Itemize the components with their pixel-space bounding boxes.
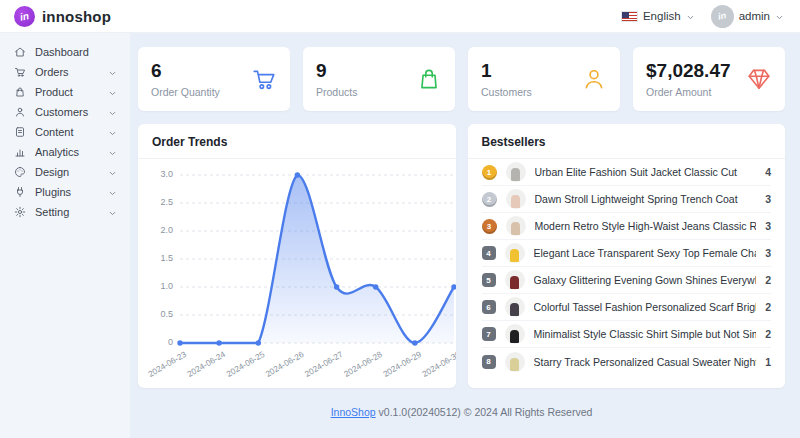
sidebar-item-product[interactable]: Product xyxy=(0,82,130,102)
chevron-down-icon xyxy=(686,12,695,21)
top-bar: in innoshop English in admin xyxy=(0,0,800,33)
sidebar-item-orders[interactable]: Orders xyxy=(0,62,130,82)
svg-text:1.0: 1.0 xyxy=(160,281,173,291)
bestsellers-list: 1 Urban Elite Fashion Suit Jacket Classi… xyxy=(468,159,786,375)
palette-icon xyxy=(14,166,26,178)
bestseller-row[interactable]: 5 Galaxy Glittering Evening Gown Shines … xyxy=(482,267,772,294)
bestseller-row[interactable]: 4 Elegant Lace Transparent Sexy Top Fema… xyxy=(482,240,772,267)
products-value: 9 xyxy=(316,61,357,80)
product-thumbnail xyxy=(505,297,525,317)
sidebar-item-setting[interactable]: Setting xyxy=(0,202,130,222)
bag-icon xyxy=(14,86,26,98)
svg-text:2024-06-23: 2024-06-23 xyxy=(146,349,188,379)
sidebar-item-customers[interactable]: Customers xyxy=(0,102,130,122)
bestseller-row[interactable]: 3 Modern Retro Style High-Waist Jeans Cl… xyxy=(482,213,772,240)
sales-count: 1 xyxy=(765,356,771,368)
gold-medal-icon: 1 xyxy=(482,165,497,180)
sales-count: 3 xyxy=(765,220,771,232)
product-title: Galaxy Glittering Evening Gown Shines Ev… xyxy=(534,274,757,286)
product-title: Elegant Lace Transparent Sexy Top Female… xyxy=(534,247,757,259)
product-thumbnail xyxy=(505,324,525,344)
product-thumbnail xyxy=(505,352,525,372)
order-quantity-value: 6 xyxy=(151,61,220,80)
sales-count: 2 xyxy=(765,328,771,340)
svg-text:3.0: 3.0 xyxy=(160,169,173,179)
person-icon xyxy=(581,66,607,92)
rank-badge: 5 xyxy=(482,273,496,287)
sidebar-item-analytics[interactable]: Analytics xyxy=(0,142,130,162)
chevron-down-icon xyxy=(108,88,117,97)
product-image xyxy=(510,249,519,262)
product-image xyxy=(510,358,519,371)
chevron-down-icon xyxy=(108,148,117,157)
bestsellers-card: Bestsellers 1 Urban Elite Fashion Suit J… xyxy=(468,124,786,388)
sidebar-item-dashboard[interactable]: Dashboard xyxy=(0,42,130,62)
product-image xyxy=(510,276,519,289)
svg-text:2024-06-26: 2024-06-26 xyxy=(264,349,306,379)
sales-count: 2 xyxy=(765,301,771,313)
product-image xyxy=(511,168,520,181)
chevron-down-icon xyxy=(775,12,784,21)
bar-chart-icon xyxy=(14,146,26,158)
customers-label: Customers xyxy=(481,86,532,98)
bestseller-row[interactable]: 7 Minimalist Style Classic Shirt Simple … xyxy=(482,321,772,348)
language-label: English xyxy=(643,10,681,22)
gear-icon xyxy=(14,206,26,218)
customers-value: 1 xyxy=(481,61,532,80)
product-title: Minimalist Style Classic Shirt Simple bu… xyxy=(534,328,757,340)
product-title: Starry Track Personalized Casual Sweater… xyxy=(534,356,757,368)
product-image xyxy=(511,195,520,208)
sidebar-item-design[interactable]: Design xyxy=(0,162,130,182)
us-flag-icon xyxy=(621,11,638,22)
svg-text:2024-06-28: 2024-06-28 xyxy=(342,349,384,379)
brand-logo[interactable]: in innoshop xyxy=(14,6,111,27)
order-trends-chart: 00.51.01.52.02.53.02024-06-232024-06-242… xyxy=(138,159,456,387)
sidebar-item-content[interactable]: Content xyxy=(0,122,130,142)
bronze-medal-icon: 3 xyxy=(482,219,497,234)
product-thumbnail xyxy=(506,216,526,236)
chevron-down-icon xyxy=(108,208,117,217)
rank-badge: 6 xyxy=(482,300,496,314)
product-thumbnail xyxy=(505,270,525,290)
product-thumbnail xyxy=(506,189,526,209)
language-selector[interactable]: English xyxy=(621,10,695,22)
stat-card-order-amount: $7,028.47 Order Amount xyxy=(633,47,785,111)
svg-text:2024-06-29: 2024-06-29 xyxy=(381,349,423,379)
svg-text:1.5: 1.5 xyxy=(160,253,173,263)
sales-count: 3 xyxy=(765,193,771,205)
sales-count: 4 xyxy=(765,166,771,178)
stat-card-customers: 1 Customers xyxy=(468,47,620,111)
username-label: admin xyxy=(739,10,770,22)
innoshop-footer-link[interactable]: InnoShop xyxy=(331,406,376,418)
shopping-bag-icon xyxy=(416,66,442,92)
chevron-down-icon xyxy=(108,168,117,177)
product-title: Urban Elite Fashion Suit Jacket Classic … xyxy=(535,166,757,178)
gem-icon xyxy=(746,66,772,92)
user-menu[interactable]: in admin xyxy=(711,5,784,28)
sidebar: Dashboard Orders Product Customers Conte… xyxy=(0,33,130,438)
svg-text:0: 0 xyxy=(168,337,173,347)
bestseller-row[interactable]: 1 Urban Elite Fashion Suit Jacket Classi… xyxy=(482,159,772,186)
bestseller-row[interactable]: 6 Colorful Tassel Fashion Personalized S… xyxy=(482,294,772,321)
bestsellers-title: Bestsellers xyxy=(468,124,786,159)
svg-text:2.0: 2.0 xyxy=(160,225,173,235)
rank-badge: 7 xyxy=(482,327,496,341)
product-thumbnail xyxy=(505,243,525,263)
svg-text:2024-06-24: 2024-06-24 xyxy=(185,349,227,379)
user-icon xyxy=(14,106,26,118)
bestseller-row[interactable]: 8 Starry Track Personalized Casual Sweat… xyxy=(482,348,772,375)
order-quantity-label: Order Quantity xyxy=(151,86,220,98)
home-icon xyxy=(14,46,26,58)
sidebar-item-plugins[interactable]: Plugins xyxy=(0,182,130,202)
bestseller-row[interactable]: 2 Dawn Stroll Lightweight Spring Trench … xyxy=(482,186,772,213)
brand-name: innoshop xyxy=(42,8,111,25)
rank-badge: 8 xyxy=(482,355,496,369)
products-label: Products xyxy=(316,86,357,98)
stats-row: 6 Order Quantity 9 Products 1 Customers xyxy=(138,47,785,111)
sales-count: 2 xyxy=(765,274,771,286)
chevron-down-icon xyxy=(108,68,117,77)
file-icon xyxy=(14,126,26,138)
svg-text:2024-06-25: 2024-06-25 xyxy=(225,349,267,379)
cart-icon xyxy=(251,66,277,92)
order-trends-card: Order Trends 00.51.01.52.02.53.02024-06-… xyxy=(138,124,456,388)
